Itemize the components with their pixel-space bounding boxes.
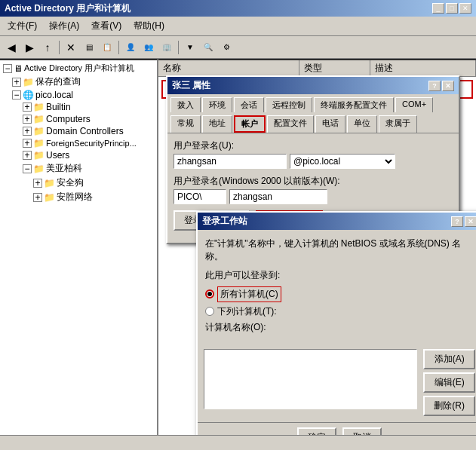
radio-all-label: 所有计算机(C) (217, 286, 281, 302)
saved-queries-icon: 📁 (23, 77, 34, 87)
title-controls: _ □ ✕ (432, 3, 471, 14)
computers-icon: 📁 (33, 114, 45, 124)
ws-delete-button[interactable]: 删除(R) (423, 396, 475, 416)
ws-cancel-button[interactable]: 取消 (342, 427, 382, 435)
pre2000-prefix-input[interactable] (174, 189, 226, 204)
pre2000-label: 用户登录名(Windows 2000 以前版本)(W): (174, 175, 453, 188)
menu-file[interactable]: 文件(F) (3, 18, 41, 34)
title-bar: Active Directory 用户和计算机 _ □ ✕ (0, 0, 476, 17)
tab-com[interactable]: COM+ (395, 97, 433, 112)
tree-item-builtin[interactable]: + 📁 Builtin (2, 101, 155, 113)
props-close-button[interactable]: ✕ (442, 81, 454, 91)
properties-button[interactable]: ▤ (81, 39, 97, 56)
ws-bottom: 添加(A) 编辑(E) 删除(R) (198, 343, 476, 422)
ws-ok-button[interactable]: 确定 (297, 427, 336, 435)
radio-all-computers[interactable] (205, 289, 214, 298)
users-icon: 📁 (33, 150, 45, 161)
radio-all-row: 所有计算机(C) (205, 286, 474, 302)
tree-item-foreign[interactable]: + 📁 ForeignSecurityPrincip... (2, 137, 155, 149)
pre2000-value-input[interactable] (229, 189, 327, 204)
tree-item-aswl[interactable]: + 📁 安胜网络 (2, 190, 155, 204)
tab-general[interactable]: 常规 (170, 115, 201, 133)
toolbar-sep-2 (118, 41, 119, 54)
dialog-overlay: 张三 属性 ? ✕ 拨入 环境 会话 远程控制 终端服务配置文件 COM+ (158, 60, 476, 435)
props-title-controls: ? ✕ (428, 81, 454, 91)
close-button[interactable]: ✕ (459, 3, 471, 14)
radio-list-computers[interactable] (205, 307, 214, 316)
tree-item-saved-queries[interactable]: + 📁 保存的查询 (2, 75, 155, 89)
tab-remote-dial[interactable]: 拨入 (170, 97, 201, 112)
domain-select[interactable]: @pico.local (290, 154, 395, 169)
ws-ok-cancel: 确定 取消 (198, 422, 476, 435)
delete-button[interactable]: ✕ (63, 39, 79, 56)
aswl-expander[interactable]: + (33, 193, 42, 202)
dc-expander[interactable]: + (23, 127, 32, 136)
new-ou-button[interactable]: 🏢 (158, 39, 175, 56)
tab-terminal-profile[interactable]: 终端服务配置文件 (314, 97, 394, 112)
tree-item-myako[interactable]: − 📁 美亚柏科 (2, 161, 155, 176)
aqg-expander[interactable]: + (33, 179, 42, 188)
minimize-button[interactable]: _ (432, 3, 444, 14)
builtin-expander[interactable]: + (23, 103, 32, 112)
ws-content: 在"计算机"名称中，键入计算机的 NetBIOS 或域名系统(DNS) 名称。 … (198, 230, 476, 343)
copy-button[interactable]: 📋 (99, 39, 115, 56)
tab-profile[interactable]: 配置文件 (267, 115, 314, 133)
tree-item-aqg[interactable]: + 📁 安全狗 (2, 176, 155, 190)
computer-list[interactable] (204, 349, 417, 409)
builtin-icon: 📁 (33, 102, 45, 112)
tree-panel[interactable]: − 🖥 Active Directory 用户和计算机 + 📁 保存的查询 − … (0, 59, 158, 435)
search-button[interactable]: 🔍 (200, 39, 217, 56)
ws-help-button[interactable]: ? (451, 216, 463, 227)
root-expander[interactable]: − (3, 64, 12, 73)
myako-expander[interactable]: − (23, 164, 32, 173)
tab-phone[interactable]: 电话 (315, 115, 345, 133)
logon-name-row: @pico.local (174, 154, 453, 169)
tab-environment[interactable]: 环境 (202, 97, 232, 112)
tree-computers-label: Computers (46, 114, 91, 124)
new-user-button[interactable]: 👤 (122, 39, 139, 56)
tab-session[interactable]: 会话 (234, 97, 264, 112)
foreign-expander[interactable]: + (23, 139, 32, 148)
tree-item-domain-controllers[interactable]: + 📁 Domain Controllers (2, 125, 155, 137)
tab-address[interactable]: 地址 (202, 115, 232, 133)
tabs-row-2: 常规 地址 帐户 配置文件 电话 单位 隶属于 (167, 112, 459, 133)
tree-root[interactable]: − 🖥 Active Directory 用户和计算机 (2, 62, 155, 75)
logon-name-input[interactable] (174, 154, 287, 169)
users-expander[interactable]: + (23, 151, 32, 160)
tree-item-users[interactable]: + 📁 Users (2, 149, 155, 161)
filter-button[interactable]: ▼ (182, 39, 198, 56)
props-dialog-title: 张三 属性 ? ✕ (167, 77, 459, 94)
menu-help[interactable]: 帮助(H) (129, 18, 169, 34)
foreign-icon: 📁 (33, 138, 45, 148)
tab-remote-control[interactable]: 远程控制 (266, 97, 312, 112)
root-folder-icon: 🖥 (14, 63, 23, 74)
pico-local-expander[interactable]: − (12, 90, 21, 99)
tree-pico-local-label: pico.local (35, 90, 73, 100)
tab-member-of[interactable]: 隶属于 (379, 115, 417, 133)
ws-edit-button[interactable]: 编辑(E) (423, 372, 475, 393)
pre2000-row (174, 189, 453, 204)
tab-org[interactable]: 单位 (347, 115, 377, 133)
tab-account[interactable]: 帐户 (234, 115, 266, 133)
settings-button[interactable]: ⚙ (218, 39, 235, 56)
up-button[interactable]: ↑ (39, 39, 56, 56)
back-button[interactable]: ◀ (3, 39, 20, 56)
tree-dc-label: Domain Controllers (46, 126, 124, 136)
menu-view[interactable]: 查看(V) (87, 18, 126, 34)
props-help-button[interactable]: ? (428, 81, 441, 91)
tree-item-computers[interactable]: + 📁 Computers (2, 113, 155, 125)
forward-button[interactable]: ▶ (21, 39, 38, 56)
maximize-button[interactable]: □ (446, 3, 458, 14)
menu-action[interactable]: 操作(A) (45, 18, 84, 34)
ws-close-button[interactable]: ✕ (465, 216, 476, 227)
tree-item-pico-local[interactable]: − 🌐 pico.local (2, 89, 155, 101)
ws-description: 在"计算机"名称中，键入计算机的 NetBIOS 或域名系统(DNS) 名称。 (205, 237, 474, 263)
logon-name-group: 用户登录名(U): @pico.local (174, 139, 453, 169)
saved-queries-expander[interactable]: + (12, 78, 21, 87)
new-group-button[interactable]: 👥 (140, 39, 157, 56)
tree-builtin-label: Builtin (46, 102, 71, 112)
status-bar (0, 435, 476, 450)
computers-expander[interactable]: + (23, 115, 32, 124)
ws-add-button[interactable]: 添加(A) (423, 349, 475, 369)
pico-local-icon: 🌐 (23, 90, 34, 100)
